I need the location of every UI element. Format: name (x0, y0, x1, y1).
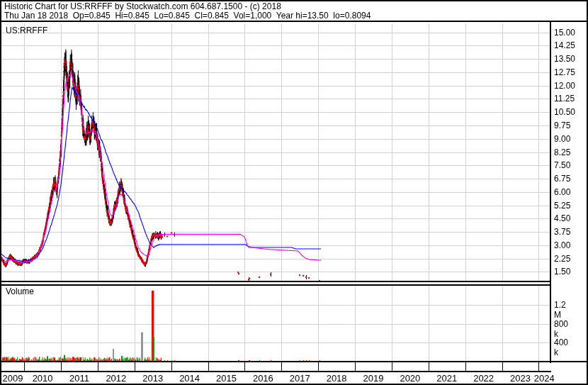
price-tick-label: 14.25 (554, 40, 575, 50)
year-label: 2013 (142, 373, 163, 384)
year-label: 2023 (510, 373, 531, 384)
volume-tick-label: 1.2 M (554, 300, 566, 320)
price-tick-label: 10.50 (554, 107, 575, 117)
year-label: 2019 (363, 373, 384, 384)
price-tick-label: 9.00 (554, 134, 570, 144)
price-tick-label: 6.00 (554, 187, 570, 197)
year-label: 2017 (290, 373, 310, 384)
year-label: 2009 (3, 373, 23, 384)
price-tick-label: 11.25 (554, 94, 575, 104)
price-tick-label: 13.50 (554, 54, 575, 64)
price-tick-label: 4.50 (554, 213, 570, 223)
year-label: 2022 (473, 373, 494, 384)
symbol-label: US:RRFFF (6, 26, 47, 35)
year-label: 2014 (179, 373, 200, 384)
price-tick-label: 8.25 (554, 147, 570, 157)
price-tick-label: 12.75 (554, 67, 575, 77)
price-tick-label: 15.00 (554, 28, 575, 38)
quote-summary-line: Thu Jan 18 2018 Op=0.845 Hi=0.845 Lo=0.8… (4, 11, 371, 21)
price-tick-label: 6.75 (554, 174, 570, 184)
year-label: 2016 (253, 373, 273, 384)
year-label: 2010 (33, 373, 53, 384)
price-tick-label: 9.75 (554, 121, 570, 130)
price-tick-label: 12.00 (554, 81, 575, 91)
year-label: 2024 (534, 373, 555, 384)
year-label: 2012 (106, 373, 126, 384)
volume-tick-label: 800 k (554, 319, 568, 339)
historic-chart-canvas (0, 0, 588, 385)
volume-tick-label: 400 k (554, 337, 568, 357)
year-label: 2020 (400, 373, 420, 384)
price-tick-label: 1.50 (554, 267, 570, 277)
year-label: 2018 (327, 373, 347, 384)
year-label: 2021 (436, 373, 457, 384)
price-tick-label: 7.50 (554, 160, 570, 170)
volume-panel-label: Volume (6, 286, 34, 296)
year-label: 2015 (216, 373, 237, 384)
price-tick-label: 3.75 (554, 227, 570, 237)
stockwatch-historic-chart-page: Historic Chart for US:RRFFF by Stockwatc… (0, 0, 588, 385)
year-label: 2011 (69, 373, 89, 384)
price-tick-label: 5.25 (554, 201, 570, 211)
price-tick-label: 2.25 (554, 254, 570, 264)
price-tick-label: 3.00 (554, 240, 570, 250)
